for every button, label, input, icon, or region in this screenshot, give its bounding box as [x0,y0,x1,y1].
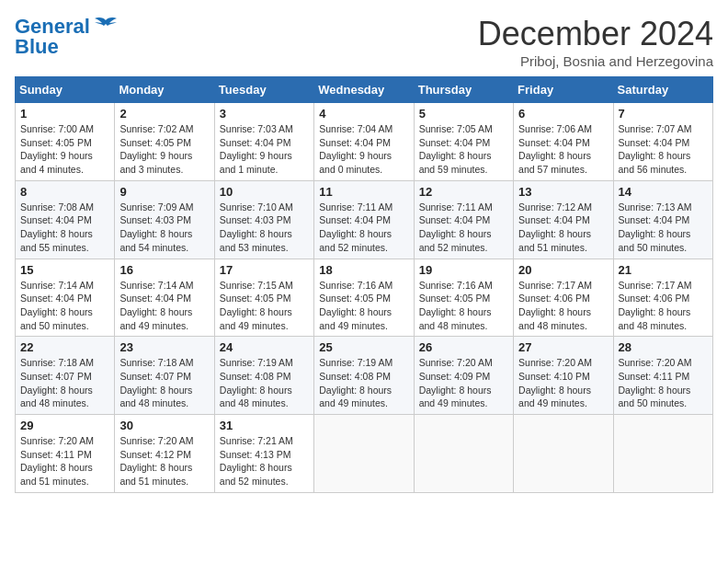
day-info: Sunrise: 7:08 AM Sunset: 4:04 PM Dayligh… [20,201,109,255]
day-info: Sunrise: 7:06 AM Sunset: 4:04 PM Dayligh… [518,122,608,177]
weekday-header-friday: Friday [514,77,613,103]
day-info: Sunrise: 7:14 AM Sunset: 4:04 PM Dayligh… [20,279,109,333]
day-info: Sunrise: 7:18 AM Sunset: 4:07 PM Dayligh… [119,356,209,410]
calendar-cell: 18Sunrise: 7:16 AM Sunset: 4:05 PM Dayli… [314,259,414,337]
day-info: Sunrise: 7:10 AM Sunset: 4:03 PM Dayligh… [220,201,309,255]
day-info: Sunrise: 7:09 AM Sunset: 4:03 PM Dayligh… [119,201,209,255]
calendar-week-5: 29Sunrise: 7:20 AM Sunset: 4:11 PM Dayli… [16,415,713,493]
day-number: 27 [518,340,608,354]
calendar-week-2: 8Sunrise: 7:08 AM Sunset: 4:04 PM Daylig… [16,180,713,259]
day-info: Sunrise: 7:20 AM Sunset: 4:11 PM Dayligh… [619,356,708,410]
day-number: 25 [319,340,408,354]
logo-blue: Blue [15,35,59,59]
calendar-cell [613,415,712,493]
day-number: 6 [518,107,608,121]
calendar-cell: 22Sunrise: 7:18 AM Sunset: 4:07 PM Dayli… [16,337,115,415]
calendar-cell: 13Sunrise: 7:12 AM Sunset: 4:04 PM Dayli… [514,180,613,259]
day-info: Sunrise: 7:19 AM Sunset: 4:08 PM Dayligh… [319,356,408,410]
day-info: Sunrise: 7:17 AM Sunset: 4:06 PM Dayligh… [518,279,608,333]
calendar-week-3: 15Sunrise: 7:14 AM Sunset: 4:04 PM Dayli… [16,259,713,337]
day-info: Sunrise: 7:21 AM Sunset: 4:13 PM Dayligh… [220,434,309,488]
calendar-cell: 25Sunrise: 7:19 AM Sunset: 4:08 PM Dayli… [314,337,414,415]
day-info: Sunrise: 7:00 AM Sunset: 4:05 PM Dayligh… [20,122,109,177]
calendar-cell: 21Sunrise: 7:17 AM Sunset: 4:06 PM Dayli… [613,259,712,337]
bird-icon [93,17,119,37]
day-number: 15 [20,263,109,277]
logo: General Blue [15,15,119,59]
day-info: Sunrise: 7:03 AM Sunset: 4:04 PM Dayligh… [220,122,309,177]
calendar-cell: 17Sunrise: 7:15 AM Sunset: 4:05 PM Dayli… [214,259,313,337]
calendar-cell: 20Sunrise: 7:17 AM Sunset: 4:06 PM Dayli… [514,259,613,337]
calendar-cell: 27Sunrise: 7:20 AM Sunset: 4:10 PM Dayli… [514,337,613,415]
day-info: Sunrise: 7:12 AM Sunset: 4:04 PM Dayligh… [518,201,608,255]
calendar-cell: 7Sunrise: 7:07 AM Sunset: 4:04 PM Daylig… [613,103,712,181]
day-info: Sunrise: 7:07 AM Sunset: 4:04 PM Dayligh… [619,122,708,177]
header: General Blue December 2024 Priboj, Bosni… [15,15,713,69]
day-number: 31 [220,419,309,432]
calendar-cell [414,415,513,493]
title-area: December 2024 Priboj, Bosnia and Herzego… [478,15,713,69]
day-number: 18 [319,263,408,277]
day-info: Sunrise: 7:20 AM Sunset: 4:12 PM Dayligh… [119,434,209,488]
day-number: 5 [419,107,508,121]
day-info: Sunrise: 7:19 AM Sunset: 4:08 PM Dayligh… [220,356,309,410]
day-info: Sunrise: 7:16 AM Sunset: 4:05 PM Dayligh… [319,279,408,333]
calendar-cell: 1Sunrise: 7:00 AM Sunset: 4:05 PM Daylig… [16,103,115,181]
day-info: Sunrise: 7:11 AM Sunset: 4:04 PM Dayligh… [319,201,408,255]
day-number: 21 [619,263,708,277]
day-number: 12 [419,185,508,199]
day-number: 1 [20,107,109,121]
day-info: Sunrise: 7:20 AM Sunset: 4:11 PM Dayligh… [20,434,109,488]
calendar-cell: 23Sunrise: 7:18 AM Sunset: 4:07 PM Dayli… [115,337,214,415]
calendar-cell: 14Sunrise: 7:13 AM Sunset: 4:04 PM Dayli… [613,180,712,259]
calendar-cell: 6Sunrise: 7:06 AM Sunset: 4:04 PM Daylig… [514,103,613,181]
weekday-header-tuesday: Tuesday [214,77,313,103]
weekday-header-monday: Monday [115,77,214,103]
weekday-header-sunday: Sunday [16,77,115,103]
day-number: 4 [319,107,408,121]
day-number: 11 [319,185,408,199]
day-number: 26 [419,340,508,354]
calendar-header: SundayMondayTuesdayWednesdayThursdayFrid… [16,77,713,103]
calendar-cell: 8Sunrise: 7:08 AM Sunset: 4:04 PM Daylig… [16,180,115,259]
calendar-cell [514,415,613,493]
day-number: 30 [119,419,209,432]
month-title: December 2024 [478,15,713,53]
calendar-cell: 9Sunrise: 7:09 AM Sunset: 4:03 PM Daylig… [115,180,214,259]
day-number: 28 [619,340,708,354]
calendar-cell: 11Sunrise: 7:11 AM Sunset: 4:04 PM Dayli… [314,180,414,259]
location: Priboj, Bosnia and Herzegovina [478,53,713,69]
calendar-cell: 12Sunrise: 7:11 AM Sunset: 4:04 PM Dayli… [414,180,513,259]
weekday-header-wednesday: Wednesday [314,77,414,103]
calendar-cell: 2Sunrise: 7:02 AM Sunset: 4:05 PM Daylig… [115,103,214,181]
day-number: 3 [220,107,309,121]
calendar-cell: 4Sunrise: 7:04 AM Sunset: 4:04 PM Daylig… [314,103,414,181]
day-info: Sunrise: 7:02 AM Sunset: 4:05 PM Dayligh… [119,122,209,177]
calendar-cell: 24Sunrise: 7:19 AM Sunset: 4:08 PM Dayli… [214,337,313,415]
day-number: 13 [518,185,608,199]
day-info: Sunrise: 7:17 AM Sunset: 4:06 PM Dayligh… [619,279,708,333]
calendar-cell: 26Sunrise: 7:20 AM Sunset: 4:09 PM Dayli… [414,337,513,415]
calendar: SundayMondayTuesdayWednesdayThursdayFrid… [15,76,713,493]
calendar-cell: 19Sunrise: 7:16 AM Sunset: 4:05 PM Dayli… [414,259,513,337]
day-info: Sunrise: 7:15 AM Sunset: 4:05 PM Dayligh… [220,279,309,333]
day-number: 17 [220,263,309,277]
day-info: Sunrise: 7:04 AM Sunset: 4:04 PM Dayligh… [319,122,408,177]
day-number: 9 [119,185,209,199]
day-number: 16 [119,263,209,277]
day-info: Sunrise: 7:05 AM Sunset: 4:04 PM Dayligh… [419,122,508,177]
weekday-header-thursday: Thursday [414,77,513,103]
day-number: 23 [119,340,209,354]
calendar-cell: 5Sunrise: 7:05 AM Sunset: 4:04 PM Daylig… [414,103,513,181]
day-number: 24 [220,340,309,354]
day-number: 2 [119,107,209,121]
day-number: 29 [20,419,109,432]
calendar-cell: 30Sunrise: 7:20 AM Sunset: 4:12 PM Dayli… [115,415,214,493]
day-info: Sunrise: 7:14 AM Sunset: 4:04 PM Dayligh… [119,279,209,333]
day-number: 19 [419,263,508,277]
calendar-cell: 28Sunrise: 7:20 AM Sunset: 4:11 PM Dayli… [613,337,712,415]
calendar-cell: 31Sunrise: 7:21 AM Sunset: 4:13 PM Dayli… [214,415,313,493]
calendar-cell: 3Sunrise: 7:03 AM Sunset: 4:04 PM Daylig… [214,103,313,181]
day-number: 7 [619,107,708,121]
calendar-cell: 16Sunrise: 7:14 AM Sunset: 4:04 PM Dayli… [115,259,214,337]
